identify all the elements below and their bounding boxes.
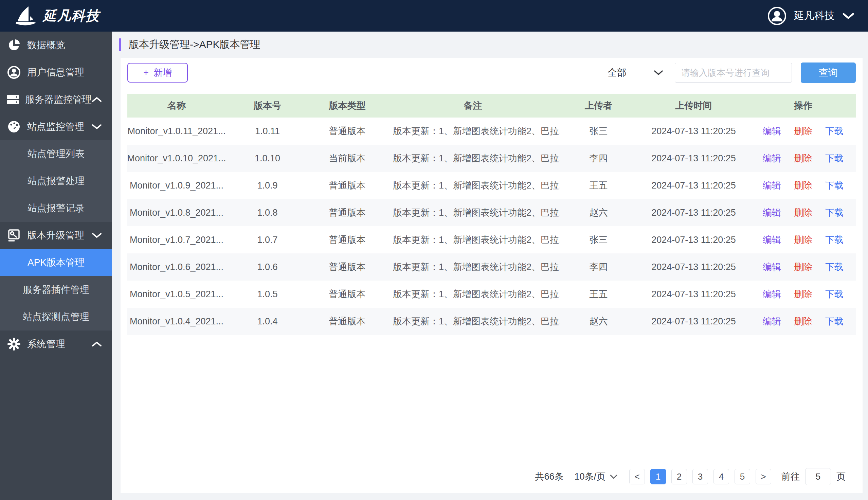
delete-link[interactable]: 删除 — [794, 315, 812, 328]
chevron-down-icon[interactable] — [842, 12, 854, 20]
sidebar-subitem-site-alarm-record[interactable]: 站点报警记录 — [0, 195, 112, 222]
cell-uploader: 赵六 — [560, 315, 637, 328]
user-name[interactable]: 延凡科技 — [794, 9, 835, 23]
download-link[interactable]: 下载 — [825, 234, 844, 246]
sidebar-item-label: 用户信息管理 — [27, 66, 102, 79]
user-menu[interactable]: 延凡科技 — [767, 7, 854, 25]
version-tool-icon — [6, 229, 22, 242]
edit-link[interactable]: 编辑 — [763, 234, 781, 246]
col-header-uploader: 上传者 — [560, 100, 637, 112]
download-link[interactable]: 下载 — [825, 206, 844, 219]
cell-time: 2024-07-13 11:20:25 — [637, 289, 751, 299]
sidebar-item-site-monitor[interactable]: 站点监控管理 — [0, 113, 112, 140]
download-link[interactable]: 下载 — [825, 288, 844, 300]
sidebar-subitem-server-plugin[interactable]: 服务器插件管理 — [0, 276, 112, 303]
sidebar-item-data-overview[interactable]: 数据概览 — [0, 32, 112, 59]
sidebar-item-label: 数据概览 — [27, 39, 102, 52]
col-header-version: 版本号 — [226, 100, 309, 112]
delete-link[interactable]: 删除 — [794, 179, 812, 192]
page-button-3[interactable]: 3 — [692, 469, 708, 484]
cell-name: Monitor_v1.0.4_2021... — [127, 316, 226, 327]
server-icon — [6, 93, 20, 106]
version-type-select-value: 全部 — [607, 66, 627, 79]
cell-name: Monitor_v1.0.6_2021... — [127, 262, 226, 272]
page-button-2[interactable]: 2 — [671, 469, 687, 484]
sidebar-item-server-monitor[interactable]: 服务器监控管理 — [0, 86, 112, 113]
sidebar-subitem-site-alarm-handle[interactable]: 站点报警处理 — [0, 168, 112, 195]
download-link[interactable]: 下载 — [825, 125, 844, 137]
edit-link[interactable]: 编辑 — [763, 315, 781, 328]
sidebar-subitem-apk-version[interactable]: APK版本管理 — [0, 249, 112, 276]
goto-page-input[interactable] — [805, 468, 831, 485]
edit-link[interactable]: 编辑 — [763, 152, 781, 164]
cell-type: 普通版本 — [309, 288, 385, 300]
table-row: Monitor_v1.0.5_2021... 1.0.5 普通版本 版本更新：1… — [127, 281, 856, 308]
breadcrumb: 版本升级管理->APK版本管理 — [129, 38, 261, 52]
download-link[interactable]: 下载 — [825, 179, 844, 192]
site-monitor-submenu: 站点管理列表 站点报警处理 站点报警记录 — [0, 140, 112, 222]
cell-uploader: 赵六 — [560, 206, 637, 219]
page-button-5[interactable]: 5 — [734, 469, 750, 484]
goto-page-unit: 页 — [836, 470, 846, 483]
sidebar-item-user-info[interactable]: 用户信息管理 — [0, 59, 112, 86]
cell-uploader: 王五 — [560, 288, 637, 300]
cell-version: 1.0.6 — [226, 262, 309, 272]
cell-type: 普通版本 — [309, 125, 385, 137]
page-size-select[interactable]: 10条/页 — [574, 470, 618, 483]
edit-link[interactable]: 编辑 — [763, 206, 781, 219]
download-link[interactable]: 下载 — [825, 315, 844, 328]
sailboat-logo-icon — [14, 6, 38, 26]
cell-name: Monitor_v1.0.10_2021... — [127, 153, 226, 164]
cell-version: 1.0.9 — [226, 180, 309, 191]
cell-time: 2024-07-13 11:20:25 — [637, 153, 751, 164]
delete-link[interactable]: 删除 — [794, 261, 812, 273]
prev-page-button[interactable]: < — [629, 469, 645, 484]
next-page-button[interactable]: > — [755, 469, 771, 484]
chevron-up-icon — [92, 96, 102, 103]
download-link[interactable]: 下载 — [825, 152, 844, 164]
sidebar-subitem-site-probe[interactable]: 站点探测点管理 — [0, 303, 112, 330]
brand: 延凡科技 — [14, 6, 100, 26]
add-button-label: 新增 — [153, 67, 172, 79]
cell-remark: 版本更新：1、新增图表统计功能2、巴拉... — [385, 152, 560, 164]
content-card: + 新增 全部 查询 名称 版本号 — [120, 58, 863, 493]
add-button[interactable]: + 新增 — [127, 63, 188, 82]
edit-link[interactable]: 编辑 — [763, 261, 781, 273]
toolbar-right: 全部 查询 — [601, 62, 856, 83]
sidebar-item-version-upgrade[interactable]: 版本升级管理 — [0, 222, 112, 249]
version-type-select[interactable]: 全部 — [601, 63, 666, 82]
download-link[interactable]: 下载 — [825, 261, 844, 273]
pagination: 共66条 10条/页 < 1 2 3 4 5 > 前往 页 — [535, 468, 846, 485]
pagination-total: 共66条 — [535, 470, 563, 483]
cell-version: 1.0.5 — [226, 289, 309, 299]
table-row: Monitor_v1.0.7_2021... 1.0.7 普通版本 版本更新：1… — [127, 226, 856, 253]
sidebar-subitem-site-list[interactable]: 站点管理列表 — [0, 140, 112, 168]
avatar-icon[interactable] — [767, 7, 787, 25]
cell-remark: 版本更新：1、新增图表统计功能2、巴拉... — [385, 261, 560, 273]
page-button-4[interactable]: 4 — [714, 469, 729, 484]
sidebar-item-system-manage[interactable]: 系统管理 — [0, 330, 112, 358]
cell-remark: 版本更新：1、新增图表统计功能2、巴拉... — [385, 179, 560, 192]
page-button-1[interactable]: 1 — [650, 469, 666, 484]
delete-link[interactable]: 删除 — [794, 125, 812, 137]
table-row: Monitor_v1.0.9_2021... 1.0.9 普通版本 版本更新：1… — [127, 172, 856, 199]
cell-time: 2024-07-13 11:20:25 — [637, 207, 751, 218]
table-row: Monitor_v1.0.6_2021... 1.0.6 普通版本 版本更新：1… — [127, 253, 856, 281]
chevron-down-icon — [654, 70, 663, 76]
cell-version: 1.0.4 — [226, 316, 309, 327]
edit-link[interactable]: 编辑 — [763, 179, 781, 192]
edit-link[interactable]: 编辑 — [763, 288, 781, 300]
table-row: Monitor_v1.0.4_2021... 1.0.4 普通版本 版本更新：1… — [127, 308, 856, 335]
delete-link[interactable]: 删除 — [794, 206, 812, 219]
cell-name: Monitor_v1.0.5_2021... — [127, 289, 226, 299]
search-input[interactable] — [675, 63, 792, 82]
delete-link[interactable]: 删除 — [794, 288, 812, 300]
search-button[interactable]: 查询 — [801, 62, 856, 83]
edit-link[interactable]: 编辑 — [763, 125, 781, 137]
delete-link[interactable]: 删除 — [794, 152, 812, 164]
col-header-remark: 备注 — [385, 100, 560, 112]
delete-link[interactable]: 删除 — [794, 234, 812, 246]
cell-version: 1.0.8 — [226, 207, 309, 218]
table-row: Monitor_v1.0.10_2021... 1.0.10 当前版本 版本更新… — [127, 145, 856, 172]
user-icon — [6, 66, 22, 79]
